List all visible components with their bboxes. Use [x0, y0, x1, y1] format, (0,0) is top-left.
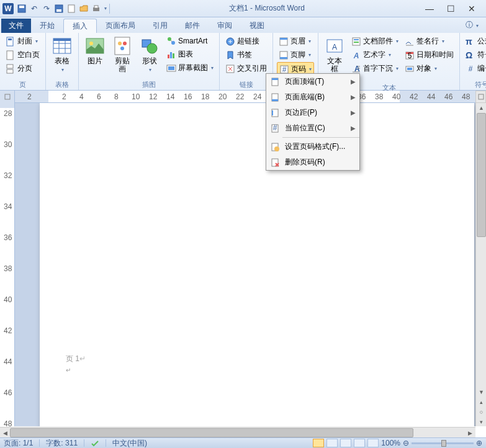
illustrations-group-label: 插图 [83, 80, 215, 89]
zoom-in-button[interactable]: ⊕ [476, 439, 482, 447]
menu-remove-page-numbers[interactable]: 删除页码(R) [266, 155, 359, 170]
minimize-button[interactable]: — [423, 4, 436, 14]
web-layout-view-button[interactable] [340, 439, 351, 447]
page-break-button[interactable]: 分页 [4, 62, 42, 75]
qat-customize-icon[interactable]: ▾ [104, 6, 107, 11]
cover-page-button[interactable]: 封面▾ [4, 35, 42, 48]
object-button[interactable]: 对象▾ [403, 62, 456, 75]
menu-format-page-numbers[interactable]: 设置页码格式(F)... [266, 139, 359, 155]
blank-page-button[interactable]: 空白页 [4, 48, 42, 61]
document-page[interactable]: 页 1↵ ↵ [40, 103, 474, 426]
qat-open-icon[interactable] [78, 3, 89, 14]
links-group-label: 链接 [223, 80, 269, 89]
view-tab[interactable]: 视图 [241, 19, 273, 33]
smartart-button[interactable]: SmartArt [164, 35, 215, 47]
svg-rect-17 [53, 38, 71, 41]
vertical-scroll-thumb[interactable] [477, 113, 486, 237]
insert-tab[interactable]: 插入 [63, 19, 97, 33]
svg-rect-29 [170, 52, 172, 58]
horizontal-ruler[interactable]: 2246810121416182022242628303234363840424… [15, 91, 486, 102]
equation-button[interactable]: π公式▾ [464, 35, 486, 48]
print-layout-view-button[interactable] [313, 439, 324, 447]
browse-object-button[interactable]: ○ [477, 407, 486, 416]
svg-rect-9 [7, 51, 13, 60]
review-tab[interactable]: 审阅 [209, 19, 241, 33]
footer-button[interactable]: 页脚▾ [277, 48, 314, 61]
ruler-corner[interactable] [0, 91, 15, 103]
home-tab[interactable]: 开始 [31, 19, 63, 33]
outline-view-button[interactable] [354, 439, 365, 447]
horizontal-scroll-thumb[interactable] [10, 428, 413, 437]
scroll-right-button[interactable]: ▶ [466, 428, 475, 437]
screenshot-button[interactable]: 屏幕截图▾ [164, 61, 215, 74]
ruler-toggle-button[interactable] [475, 91, 486, 103]
menu-page-margins[interactable]: 页边距(P)▶ [266, 105, 359, 120]
next-page-button[interactable]: ▾ [477, 417, 486, 426]
symbol-button[interactable]: Ω符号▾ [464, 48, 486, 61]
wordart-button[interactable]: A艺术字▾ [349, 48, 400, 61]
hyperlink-button[interactable]: 超链接 [223, 35, 269, 48]
quick-parts-button[interactable]: 文档部件▾ [349, 35, 400, 48]
number-button[interactable]: #编号 [464, 62, 486, 75]
status-page[interactable]: 页面: 1/1 [4, 438, 33, 449]
zoom-slider-thumb[interactable] [441, 440, 446, 447]
menu-top-of-page[interactable]: 页面顶端(T)▶ [266, 74, 359, 89]
maximize-button[interactable]: ☐ [444, 4, 457, 14]
svg-rect-4 [68, 5, 74, 12]
header-button[interactable]: 页眉▾ [277, 35, 314, 48]
qat-save2-icon[interactable] [53, 3, 65, 14]
paragraph-mark: ↵ [66, 367, 86, 374]
help-icon[interactable]: ⓘ ▾ [463, 17, 481, 33]
cross-reference-button[interactable]: 交叉引用 [223, 62, 269, 75]
scroll-down-button[interactable]: ▼ [477, 387, 486, 396]
svg-point-22 [123, 42, 127, 45]
menu-current-position[interactable]: #当前位置(C)▶ [266, 120, 359, 136]
shapes-button[interactable]: 形状▾ [137, 35, 162, 75]
svg-rect-58 [5, 94, 10, 99]
mailings-tab[interactable]: 邮件 [176, 19, 209, 33]
qat-new-icon[interactable] [66, 3, 77, 14]
pages-group-label: 页 [4, 80, 42, 89]
status-word-count[interactable]: 字数: 311 [46, 438, 78, 449]
bookmark-button[interactable]: 书签 [223, 48, 269, 61]
scroll-up-button[interactable]: ▲ [477, 103, 486, 112]
svg-text:#: # [469, 65, 473, 73]
svg-rect-1 [19, 6, 24, 8]
qat-redo-icon[interactable]: ↷ [41, 3, 52, 14]
zoom-level[interactable]: 100% [381, 439, 400, 447]
vertical-scrollbar[interactable]: ▲ ▼ ▴ ○ ▾ [475, 103, 486, 426]
svg-point-21 [118, 42, 122, 45]
status-proofing-icon[interactable] [91, 439, 99, 447]
svg-rect-44 [354, 39, 359, 40]
clipart-button[interactable]: 剪贴画 [110, 35, 135, 74]
signature-line-button[interactable]: 签名行▾ [403, 35, 456, 48]
chart-button[interactable]: 图表 [164, 48, 215, 61]
document-viewport[interactable]: 页 1↵ ↵ [15, 103, 486, 426]
menu-bottom-of-page[interactable]: 页面底端(B)▶ [266, 89, 359, 105]
zoom-out-button[interactable]: ⊖ [403, 439, 409, 447]
picture-button[interactable]: 图片 [83, 35, 107, 66]
svg-rect-32 [168, 66, 174, 70]
status-language[interactable]: 中文(中国) [112, 438, 147, 449]
qat-print-icon[interactable] [91, 3, 102, 14]
table-button[interactable]: 表格▾ [50, 35, 74, 75]
tables-group-label: 表格 [50, 80, 74, 89]
close-button[interactable]: ✕ [465, 4, 479, 14]
horizontal-scrollbar[interactable]: ◀ ▶ [0, 427, 475, 437]
qat-save-icon[interactable] [16, 3, 27, 14]
vertical-ruler[interactable]: 2830323436384042444648 [0, 103, 15, 426]
qat-undo-icon[interactable]: ↶ [29, 3, 40, 14]
file-tab[interactable]: 文件 [1, 19, 31, 33]
svg-rect-60 [272, 78, 278, 80]
svg-rect-20 [115, 37, 130, 55]
fullscreen-reading-view-button[interactable] [326, 439, 338, 447]
layout-tab[interactable]: 页面布局 [97, 19, 144, 33]
date-time-button[interactable]: 5日期和时间 [403, 48, 456, 61]
scroll-left-button[interactable]: ◀ [1, 428, 10, 437]
prev-page-button[interactable]: ▴ [477, 397, 486, 406]
svg-rect-56 [407, 68, 412, 70]
zoom-slider[interactable] [412, 442, 474, 444]
svg-text:#: # [282, 65, 287, 74]
references-tab[interactable]: 引用 [144, 19, 176, 33]
draft-view-button[interactable] [367, 439, 379, 447]
